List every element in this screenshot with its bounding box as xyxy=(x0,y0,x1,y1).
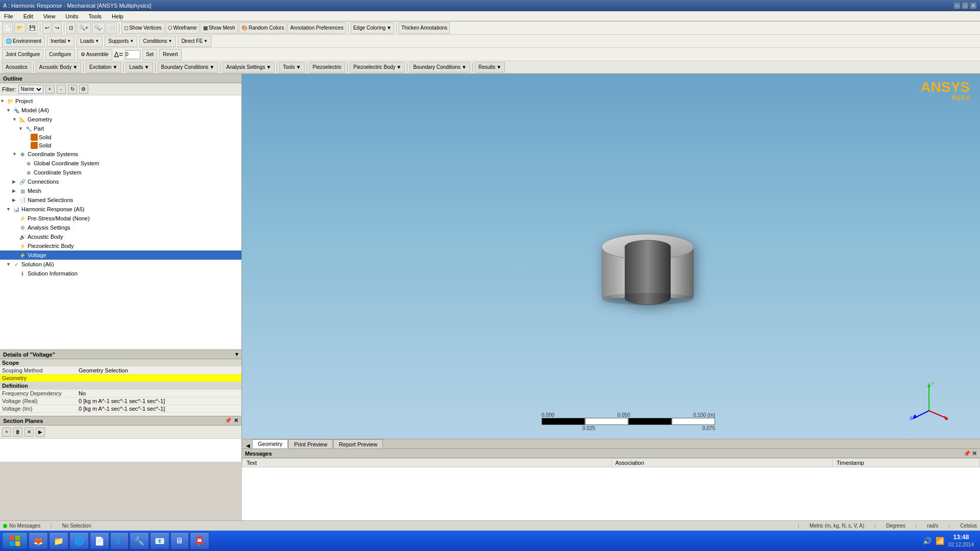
tree-item-voltage[interactable]: ⚡ Voltage xyxy=(0,251,241,260)
set-button[interactable]: Set xyxy=(142,49,157,60)
tree-item-named-selections[interactable]: ▶ 📑 Named Selections xyxy=(0,195,241,205)
configure-button[interactable]: Configure xyxy=(45,49,75,60)
menu-view[interactable]: View xyxy=(41,13,58,20)
tree-item-pre-stress[interactable]: ⚡ Pre-Stress/Modal (None) xyxy=(0,214,241,223)
ac-boundary-conditions-button[interactable]: Boundary Conditions ▼ xyxy=(158,62,218,72)
taskbar-volume-icon[interactable]: 🔊 xyxy=(923,537,932,545)
tab-geometry[interactable]: Geometry xyxy=(252,439,288,448)
zoom-in-button[interactable]: 🔍+ xyxy=(77,22,91,34)
section-planes-close-icon[interactable]: ✕ xyxy=(234,417,238,424)
taskbar-email[interactable]: 📧 xyxy=(150,532,169,549)
tree-item-geometry[interactable]: ▼ 📐 Geometry xyxy=(0,115,241,124)
inertial-button[interactable]: Inertial ▼ xyxy=(47,36,75,47)
tree-item-mesh[interactable]: ▶ ▦ Mesh xyxy=(0,186,241,195)
start-button[interactable] xyxy=(2,532,28,549)
outline-settings-btn[interactable]: ⚙ xyxy=(79,85,88,94)
undo-button[interactable]: ↩ xyxy=(42,22,52,34)
thicken-annotations-button[interactable]: Thicken Annotations xyxy=(399,22,450,34)
messages-pin-icon[interactable]: 📌 xyxy=(963,450,971,457)
taskbar-firefox[interactable]: 🦊 xyxy=(29,532,48,549)
menu-edit[interactable]: Edit xyxy=(21,13,35,20)
supports-button[interactable]: Supports ▼ xyxy=(105,36,137,47)
piezoelectric-button[interactable]: Piezoelectric xyxy=(309,62,346,72)
tree-item-connections[interactable]: ▶ 🔗 Connections xyxy=(0,177,241,186)
zoom-fit-button[interactable]: ⊡ xyxy=(66,22,76,34)
taskbar-app1[interactable]: 🖥 xyxy=(170,532,189,549)
ac-tools-button[interactable]: Tools ▼ xyxy=(279,62,304,72)
tree-item-part[interactable]: ▼ 🔧 Part xyxy=(0,124,241,133)
menu-file[interactable]: File xyxy=(2,13,15,20)
clock[interactable]: 13:48 02.12.2014 xyxy=(948,534,974,548)
section-planes-input[interactable] xyxy=(0,439,241,450)
piezoelectric-body-button[interactable]: Piezoelectric Body ▼ xyxy=(350,62,405,72)
excitation-button[interactable]: Excitation ▼ xyxy=(86,62,121,72)
tree-item-global-coord[interactable]: ⊕ Global Coordinate System xyxy=(0,159,241,168)
tree-item-piezoelectric[interactable]: ⚡ Piezoelectric Body xyxy=(0,241,241,251)
environment-button[interactable]: 🌐 Environment xyxy=(2,36,45,47)
tree-item-coord-system[interactable]: ⊕ Coordinate System xyxy=(0,168,241,177)
details-collapse-icon[interactable]: ▾ xyxy=(235,351,238,358)
maximize-button[interactable]: □ xyxy=(962,2,969,9)
voltage-im-value[interactable]: 0 [kg m A^-1 sec^-1 sec^-1 sec^-1] xyxy=(77,405,241,413)
loads-button[interactable]: Loads ▼ xyxy=(77,36,103,47)
direct-fe-button[interactable]: Direct FE ▼ xyxy=(178,36,211,47)
annotation-prefs-button[interactable]: Annotation Preferences xyxy=(287,22,346,34)
outline-refresh-btn[interactable]: ↻ xyxy=(68,85,77,94)
section-plane-show-btn[interactable]: ▶ xyxy=(36,428,45,437)
tab-report-preview[interactable]: Report Preview xyxy=(333,439,383,448)
outline-collapse-btn[interactable]: - xyxy=(57,85,66,94)
acoustic-body-button[interactable]: Acoustic Body ▼ xyxy=(36,62,81,72)
taskbar-files[interactable]: 📁 xyxy=(49,532,68,549)
tree-item-coord-systems[interactable]: ▼ ⊕ Coordinate Systems xyxy=(0,149,241,159)
redo-button[interactable]: ↪ xyxy=(53,22,62,34)
messages-close-icon[interactable]: ✕ xyxy=(972,450,977,457)
edge-coloring-button[interactable]: Edge Coloring ▼ xyxy=(351,22,394,34)
tree-item-acoustic-body[interactable]: 🔊 Acoustic Body xyxy=(0,232,241,241)
taskbar-network-icon[interactable]: 📶 xyxy=(936,537,944,545)
new-button[interactable]: 📄 xyxy=(2,22,13,34)
section-plane-add-btn[interactable]: + xyxy=(2,428,11,437)
geometry-value[interactable] xyxy=(77,374,241,382)
ac-analysis-settings-button[interactable]: Analysis Settings ▼ xyxy=(223,62,275,72)
viewport[interactable]: ANSYS R15.0 xyxy=(242,74,980,462)
tree-item-project[interactable]: ▼ 📁 Project xyxy=(0,96,241,106)
taskbar-mail2[interactable]: 📮 xyxy=(190,532,209,549)
voltage-real-value[interactable]: 0 [kg m A^-1 sec^-1 sec^-1 sec^-1] xyxy=(77,397,241,405)
pz-results-button[interactable]: Results ▼ xyxy=(475,62,505,72)
pz-boundary-conditions-button[interactable]: Boundary Conditions ▼ xyxy=(409,62,470,72)
revert-button[interactable]: Revert xyxy=(159,49,181,60)
show-vertices-button[interactable]: ◻ Show Vertices xyxy=(121,22,164,34)
taskbar-skype[interactable]: S xyxy=(110,532,129,549)
joint-configure-button[interactable]: Joint Configure xyxy=(2,49,43,60)
zoom-out-button[interactable]: 🔍- xyxy=(92,22,105,34)
acoustics-button[interactable]: Acoustics xyxy=(2,62,31,72)
minimize-button[interactable]: ─ xyxy=(953,2,961,9)
section-plane-delete-btn[interactable]: 🗑 xyxy=(13,428,22,437)
tree-item-model[interactable]: ▼ 🔩 Model (A4) xyxy=(0,106,241,115)
menu-units[interactable]: Units xyxy=(63,13,80,20)
filter-select[interactable]: Name xyxy=(18,85,43,94)
ac-loads-button[interactable]: Loads ▼ xyxy=(126,62,153,72)
save-button[interactable]: 💾 xyxy=(27,22,38,34)
taskbar-tool[interactable]: 🔧 xyxy=(130,532,149,549)
random-colors-button[interactable]: 🎨 Random Colors xyxy=(239,22,286,34)
outline-expand-btn[interactable]: + xyxy=(45,85,55,94)
wireframe-button[interactable]: ⬡ Wireframe xyxy=(165,22,200,34)
viewport-arrow-left[interactable]: ◀ xyxy=(244,443,252,448)
delta-input[interactable] xyxy=(125,50,140,59)
tree-item-solution[interactable]: ▼ ✓ Solution (A6) xyxy=(0,260,241,269)
section-plane-x-btn[interactable]: ✕ xyxy=(24,428,34,437)
tree-item-solid1[interactable]: Solid xyxy=(0,133,241,141)
geometry-row[interactable]: Geometry xyxy=(0,374,241,382)
zoom-box-button[interactable]: ⬜ xyxy=(106,22,117,34)
tree-container[interactable]: ▼ 📁 Project ▼ 🔩 Model (A4) ▼ 📐 xyxy=(0,95,241,349)
tree-item-harmonic[interactable]: ▼ 📊 Harmonic Response (A5) xyxy=(0,205,241,214)
taskbar-browser[interactable]: 🌐 xyxy=(69,532,89,549)
open-button[interactable]: 📂 xyxy=(14,22,26,34)
taskbar-word[interactable]: 📄 xyxy=(90,532,109,549)
tree-item-analysis-settings[interactable]: ⚙ Analysis Settings xyxy=(0,223,241,232)
section-planes-pin-icon[interactable]: 📌 xyxy=(225,417,232,424)
tab-print-preview[interactable]: Print Preview xyxy=(288,439,333,448)
show-mesh-button[interactable]: ▦ Show Mesh xyxy=(201,22,238,34)
menu-help[interactable]: Help xyxy=(110,13,126,20)
